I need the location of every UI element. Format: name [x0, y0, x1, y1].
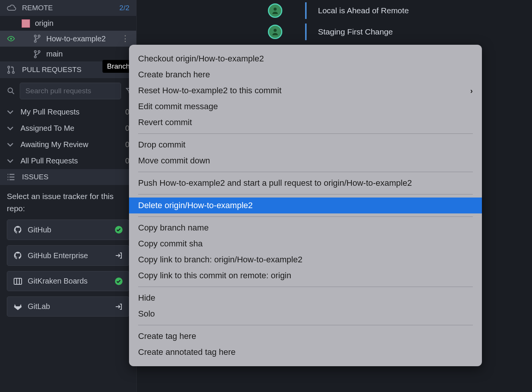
sidebar: REMOTE 2/2 origin How-to-example2 ⋮ main — [0, 0, 137, 392]
svg-point-9 — [13, 72, 14, 74]
pr-icon — [7, 65, 17, 74]
menu-copy-link-commit[interactable]: Copy link to this commit on remote: orig… — [129, 268, 482, 284]
menu-divider — [138, 325, 473, 325]
pr-search-row — [0, 78, 136, 104]
commit-node-icon — [268, 25, 282, 39]
chevron-down-icon — [7, 143, 15, 147]
cloud-icon — [7, 4, 17, 12]
commit-node-icon — [268, 3, 282, 18]
search-input[interactable] — [20, 83, 121, 99]
github-icon — [13, 225, 23, 234]
branch-main[interactable]: main — [0, 47, 136, 61]
tracker-label: GitKraken Boards — [28, 277, 88, 285]
remote-label: REMOTE — [22, 4, 53, 12]
pr-item-label: Awaiting My Review — [20, 140, 88, 149]
tracker-label: GitHub — [28, 226, 51, 234]
menu-divider — [138, 172, 473, 172]
remote-origin[interactable]: origin — [0, 16, 136, 31]
chevron-down-icon — [7, 126, 15, 131]
pr-item-my-pull-requests[interactable]: My Pull Requests 0 — [0, 104, 136, 120]
context-menu: Checkout origin/How-to-example2 Create b… — [129, 45, 482, 366]
issues-prompt: Select an issue tracker for this repo: — [0, 185, 136, 220]
menu-revert-commit[interactable]: Revert commit — [129, 114, 482, 130]
remote-section-header[interactable]: REMOTE 2/2 — [0, 0, 136, 16]
menu-divider — [138, 133, 473, 134]
chevron-right-icon: › — [470, 86, 473, 95]
svg-point-8 — [8, 72, 10, 74]
pr-item-all-pull-requests[interactable]: All Pull Requests 0 — [0, 153, 136, 169]
svg-point-1 — [35, 35, 36, 37]
check-circle-icon — [115, 226, 123, 234]
origin-icon — [21, 19, 30, 28]
menu-solo[interactable]: Solo — [129, 306, 482, 322]
menu-reset[interactable]: Reset How-to-example2 to this commit› — [129, 83, 482, 99]
menu-drop-commit[interactable]: Drop commit — [129, 137, 482, 153]
svg-rect-12 — [14, 278, 22, 284]
menu-create-branch[interactable]: Create branch here — [129, 67, 482, 83]
pr-item-label: Assigned To Me — [20, 124, 74, 133]
tracker-gitkraken-boards[interactable]: GitKraken Boards — [7, 271, 129, 291]
boards-icon — [13, 278, 23, 285]
menu-checkout[interactable]: Checkout origin/How-to-example2 — [129, 51, 482, 67]
branch-icon — [33, 34, 42, 43]
svg-point-0 — [10, 38, 12, 40]
check-circle-icon — [115, 277, 123, 285]
menu-copy-link-branch[interactable]: Copy link to branch: origin/How-to-examp… — [129, 252, 482, 268]
eye-icon — [7, 36, 15, 42]
issues-label: ISSUES — [22, 173, 49, 181]
svg-point-2 — [38, 35, 40, 37]
menu-delete-branch[interactable]: Delete origin/How-to-example2 — [129, 198, 482, 213]
tracker-gitlab[interactable]: GitLab — [7, 296, 129, 317]
menu-edit-commit-message[interactable]: Edit commit message — [129, 99, 482, 114]
tracker-label: GitLab — [28, 302, 50, 311]
commit-message: Local is Ahead of Remote — [311, 6, 409, 15]
menu-copy-commit-sha[interactable]: Copy commit sha — [129, 236, 482, 252]
more-icon[interactable]: ⋮ — [121, 34, 129, 44]
chevron-down-icon — [7, 159, 15, 163]
branch-how-to-example2[interactable]: How-to-example2 ⋮ — [0, 31, 136, 47]
commit-message: Staging First Change — [311, 27, 393, 36]
menu-create-annotated-tag[interactable]: Create annotated tag here — [129, 344, 482, 360]
tracker-github[interactable]: GitHub — [7, 220, 129, 240]
svg-point-5 — [38, 50, 40, 52]
pr-item-label: My Pull Requests — [20, 108, 80, 116]
menu-divider — [138, 194, 473, 194]
menu-hide[interactable]: Hide — [129, 290, 482, 306]
branch-name: How-to-example2 — [46, 34, 106, 43]
pr-item-awaiting-review[interactable]: Awaiting My Review 0 — [0, 136, 136, 153]
svg-point-4 — [35, 50, 36, 52]
chevron-down-icon — [7, 110, 15, 114]
pr-item-label: All Pull Requests — [20, 157, 78, 165]
origin-label: origin — [35, 19, 54, 28]
branch-name: main — [46, 50, 63, 58]
menu-divider — [138, 216, 473, 217]
menu-move-commit-down[interactable]: Move commit down — [129, 153, 482, 169]
tracker-label: GitHub Enterprise — [28, 251, 88, 260]
github-icon — [13, 251, 23, 260]
menu-divider — [138, 287, 473, 287]
svg-point-14 — [274, 8, 277, 11]
pr-item-assigned-to-me[interactable]: Assigned To Me 0 — [0, 120, 136, 136]
svg-point-6 — [35, 56, 36, 58]
issues-header[interactable]: ISSUES — [0, 169, 136, 185]
svg-point-7 — [8, 66, 10, 68]
search-icon[interactable] — [7, 87, 15, 95]
login-icon — [115, 303, 123, 311]
menu-create-tag[interactable]: Create tag here — [129, 328, 482, 344]
menu-copy-branch-name[interactable]: Copy branch name — [129, 220, 482, 236]
remote-count: 2/2 — [120, 4, 129, 12]
svg-point-3 — [35, 41, 36, 42]
svg-point-10 — [8, 88, 13, 93]
commit-row[interactable]: Local is Ahead of Remote — [137, 0, 532, 21]
login-icon — [115, 251, 123, 260]
svg-point-15 — [274, 29, 277, 32]
commit-row[interactable]: Staging First Change — [137, 21, 532, 42]
gitlab-icon — [13, 303, 23, 311]
menu-push-pr[interactable]: Push How-to-example2 and start a pull re… — [129, 175, 482, 191]
list-icon — [7, 173, 17, 181]
tracker-github-enterprise[interactable]: GitHub Enterprise — [7, 245, 129, 266]
pr-label: PULL REQUESTS — [22, 66, 82, 74]
branch-icon — [33, 50, 42, 58]
